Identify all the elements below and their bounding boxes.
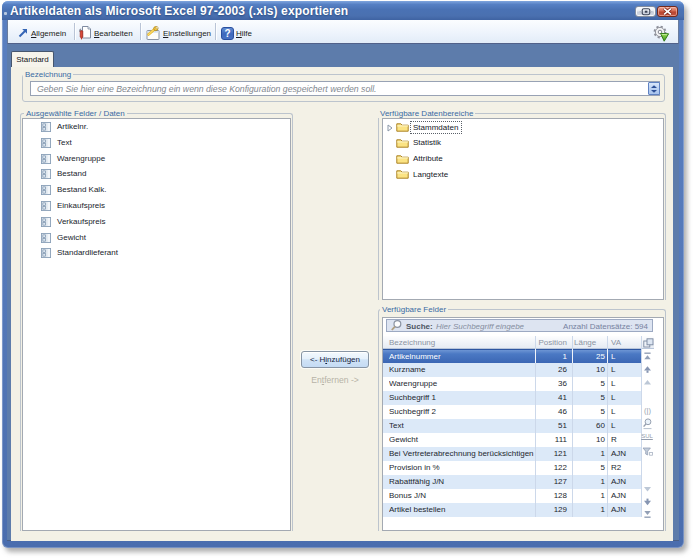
svg-text:?: ? [225, 28, 231, 39]
